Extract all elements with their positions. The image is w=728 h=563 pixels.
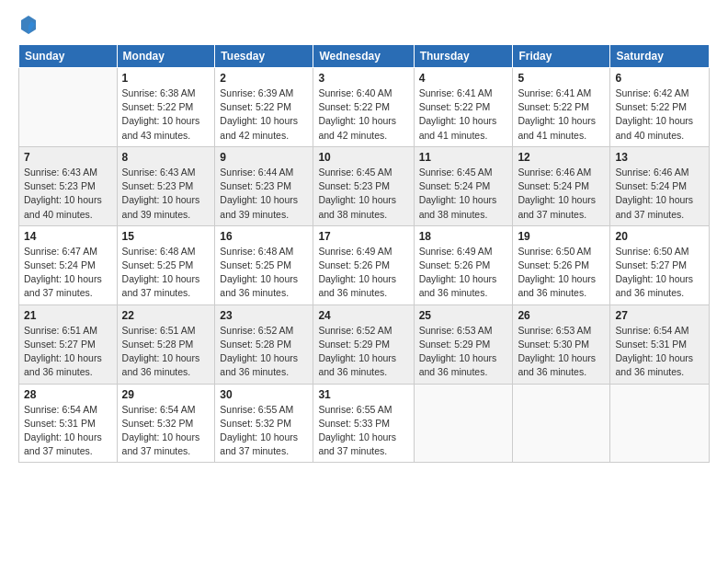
calendar-day-cell: 20Sunrise: 6:50 AM Sunset: 5:27 PM Dayli… [610,225,710,304]
calendar-day-cell: 27Sunrise: 6:54 AM Sunset: 5:31 PM Dayli… [610,304,710,384]
weekday-header-cell: Tuesday [215,45,313,68]
calendar-day-cell: 17Sunrise: 6:49 AM Sunset: 5:26 PM Dayli… [313,225,414,304]
day-info: Sunrise: 6:54 AM Sunset: 5:31 PM Dayligh… [615,324,704,380]
day-info: Sunrise: 6:54 AM Sunset: 5:32 PM Dayligh… [122,403,210,459]
day-number: 22 [122,309,210,322]
day-info: Sunrise: 6:44 AM Sunset: 5:23 PM Dayligh… [220,166,308,222]
day-info: Sunrise: 6:49 AM Sunset: 5:26 PM Dayligh… [318,245,408,301]
calendar-week-row: 7Sunrise: 6:43 AM Sunset: 5:23 PM Daylig… [19,146,710,225]
calendar-day-cell: 3Sunrise: 6:40 AM Sunset: 5:22 PM Daylig… [313,68,414,147]
day-number: 17 [318,230,408,243]
calendar-day-cell: 11Sunrise: 6:45 AM Sunset: 5:24 PM Dayli… [414,146,513,225]
calendar-day-cell: 25Sunrise: 6:53 AM Sunset: 5:29 PM Dayli… [414,304,513,384]
calendar-day-cell: 4Sunrise: 6:41 AM Sunset: 5:22 PM Daylig… [414,68,513,147]
calendar-week-row: 28Sunrise: 6:54 AM Sunset: 5:31 PM Dayli… [19,384,710,463]
day-info: Sunrise: 6:50 AM Sunset: 5:26 PM Dayligh… [518,245,605,301]
day-info: Sunrise: 6:45 AM Sunset: 5:23 PM Dayligh… [318,166,408,222]
day-info: Sunrise: 6:43 AM Sunset: 5:23 PM Dayligh… [122,166,210,222]
day-number: 15 [122,230,210,243]
day-info: Sunrise: 6:41 AM Sunset: 5:22 PM Dayligh… [419,86,508,143]
day-info: Sunrise: 6:53 AM Sunset: 5:30 PM Dayligh… [518,324,605,380]
day-number: 1 [122,72,210,85]
day-info: Sunrise: 6:49 AM Sunset: 5:26 PM Dayligh… [419,245,508,301]
day-number: 21 [24,309,112,322]
calendar-day-cell: 21Sunrise: 6:51 AM Sunset: 5:27 PM Dayli… [19,304,118,384]
day-info: Sunrise: 6:46 AM Sunset: 5:24 PM Dayligh… [518,166,605,222]
calendar-day-cell: 26Sunrise: 6:53 AM Sunset: 5:30 PM Dayli… [513,304,610,384]
day-info: Sunrise: 6:48 AM Sunset: 5:25 PM Dayligh… [220,245,308,301]
calendar-day-cell: 18Sunrise: 6:49 AM Sunset: 5:26 PM Dayli… [414,225,513,304]
day-number: 20 [615,230,704,243]
day-info: Sunrise: 6:47 AM Sunset: 5:24 PM Dayligh… [24,245,112,301]
day-number: 30 [220,388,308,401]
day-info: Sunrise: 6:52 AM Sunset: 5:29 PM Dayligh… [318,324,408,380]
weekday-header-cell: Wednesday [313,45,414,68]
day-number: 3 [318,72,408,85]
calendar-day-cell: 19Sunrise: 6:50 AM Sunset: 5:26 PM Dayli… [513,225,610,304]
day-info: Sunrise: 6:50 AM Sunset: 5:27 PM Dayligh… [615,245,704,301]
day-number: 31 [318,388,408,401]
day-number: 16 [220,230,308,243]
calendar-week-row: 1Sunrise: 6:38 AM Sunset: 5:22 PM Daylig… [19,68,710,147]
day-number: 13 [615,151,704,164]
day-info: Sunrise: 6:53 AM Sunset: 5:29 PM Dayligh… [419,324,508,380]
calendar-day-cell: 14Sunrise: 6:47 AM Sunset: 5:24 PM Dayli… [19,225,118,304]
day-number: 24 [318,309,408,322]
calendar-day-cell: 22Sunrise: 6:51 AM Sunset: 5:28 PM Dayli… [117,304,215,384]
day-number: 11 [419,151,508,164]
day-number: 4 [419,72,508,85]
day-number: 14 [24,230,112,243]
day-number: 2 [220,72,308,85]
calendar-table: SundayMondayTuesdayWednesdayThursdayFrid… [18,44,710,463]
day-info: Sunrise: 6:39 AM Sunset: 5:22 PM Dayligh… [220,86,308,143]
logo [18,17,37,35]
calendar-day-cell: 23Sunrise: 6:52 AM Sunset: 5:28 PM Dayli… [215,304,313,384]
day-number: 29 [122,388,210,401]
day-number: 6 [615,72,704,85]
day-info: Sunrise: 6:55 AM Sunset: 5:33 PM Dayligh… [318,403,408,459]
weekday-header-cell: Saturday [610,45,710,68]
calendar-page: SundayMondayTuesdayWednesdayThursdayFrid… [0,0,728,563]
day-number: 19 [518,230,605,243]
logo-icon [20,15,37,35]
day-info: Sunrise: 6:45 AM Sunset: 5:24 PM Dayligh… [419,166,508,222]
weekday-header-cell: Monday [117,45,215,68]
day-info: Sunrise: 6:43 AM Sunset: 5:23 PM Dayligh… [24,166,112,222]
day-number: 5 [518,72,605,85]
calendar-day-cell: 8Sunrise: 6:43 AM Sunset: 5:23 PM Daylig… [117,146,215,225]
weekday-header-cell: Thursday [414,45,513,68]
day-info: Sunrise: 6:54 AM Sunset: 5:31 PM Dayligh… [24,403,112,459]
calendar-day-cell: 16Sunrise: 6:48 AM Sunset: 5:25 PM Dayli… [215,225,313,304]
calendar-week-row: 21Sunrise: 6:51 AM Sunset: 5:27 PM Dayli… [19,304,710,384]
calendar-day-cell: 9Sunrise: 6:44 AM Sunset: 5:23 PM Daylig… [215,146,313,225]
calendar-day-cell: 28Sunrise: 6:54 AM Sunset: 5:31 PM Dayli… [19,384,118,463]
calendar-day-cell: 29Sunrise: 6:54 AM Sunset: 5:32 PM Dayli… [117,384,215,463]
day-number: 8 [122,151,210,164]
calendar-day-cell: 2Sunrise: 6:39 AM Sunset: 5:22 PM Daylig… [215,68,313,147]
calendar-day-cell: 1Sunrise: 6:38 AM Sunset: 5:22 PM Daylig… [117,68,215,147]
calendar-day-cell: 7Sunrise: 6:43 AM Sunset: 5:23 PM Daylig… [19,146,118,225]
day-number: 27 [615,309,704,322]
day-info: Sunrise: 6:42 AM Sunset: 5:22 PM Dayligh… [615,86,704,143]
day-info: Sunrise: 6:38 AM Sunset: 5:22 PM Dayligh… [122,86,210,143]
weekday-header-row: SundayMondayTuesdayWednesdayThursdayFrid… [19,45,710,68]
day-number: 18 [419,230,508,243]
calendar-day-cell: 12Sunrise: 6:46 AM Sunset: 5:24 PM Dayli… [513,146,610,225]
calendar-day-cell [414,384,513,463]
day-number: 25 [419,309,508,322]
day-number: 10 [318,151,408,164]
day-info: Sunrise: 6:40 AM Sunset: 5:22 PM Dayligh… [318,86,408,143]
calendar-day-cell [610,384,710,463]
calendar-day-cell: 31Sunrise: 6:55 AM Sunset: 5:33 PM Dayli… [313,384,414,463]
calendar-day-cell: 15Sunrise: 6:48 AM Sunset: 5:25 PM Dayli… [117,225,215,304]
calendar-day-cell: 6Sunrise: 6:42 AM Sunset: 5:22 PM Daylig… [610,68,710,147]
calendar-day-cell: 10Sunrise: 6:45 AM Sunset: 5:23 PM Dayli… [313,146,414,225]
day-number: 26 [518,309,605,322]
calendar-day-cell: 30Sunrise: 6:55 AM Sunset: 5:32 PM Dayli… [215,384,313,463]
day-info: Sunrise: 6:55 AM Sunset: 5:32 PM Dayligh… [220,403,308,459]
day-info: Sunrise: 6:52 AM Sunset: 5:28 PM Dayligh… [220,324,308,380]
calendar-week-row: 14Sunrise: 6:47 AM Sunset: 5:24 PM Dayli… [19,225,710,304]
day-info: Sunrise: 6:51 AM Sunset: 5:27 PM Dayligh… [24,324,112,380]
day-number: 23 [220,309,308,322]
day-info: Sunrise: 6:51 AM Sunset: 5:28 PM Dayligh… [122,324,210,380]
